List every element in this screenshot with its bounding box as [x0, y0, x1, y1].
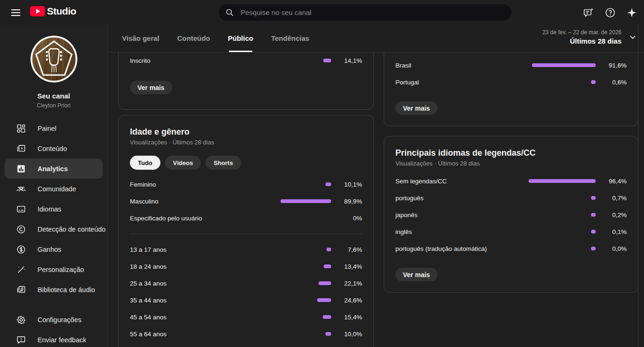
sidebar-item-label: Conteúdo — [38, 145, 67, 152]
stat-value: 13,4% — [337, 263, 362, 270]
help-icon[interactable] — [602, 4, 619, 21]
stat-bar-area — [275, 182, 331, 186]
countries-card: Brasil91,6%Portugal0,6% Ver mais — [384, 53, 638, 126]
stat-label: 25 a 34 anos — [130, 280, 275, 287]
stat-bar — [324, 264, 331, 268]
stat-row: Brasil91,6% — [395, 61, 627, 69]
sidebar-item-biblioteca[interactable]: Biblioteca de áudio — [0, 279, 107, 300]
sidebar-item-label: Detecção de conteúdo — [38, 226, 106, 233]
sidebar-item-personalizacao[interactable]: Personalização — [0, 259, 107, 279]
sidebar-item-enviar-feedback[interactable]: Enviar feedback — [0, 330, 107, 347]
stat-bar — [323, 59, 331, 62]
tab-publico[interactable]: Público — [228, 24, 253, 52]
stat-row: 25 a 34 anos22,1% — [130, 279, 362, 287]
age-gender-card: Idade e gênero Visualizações · Últimos 2… — [118, 115, 374, 347]
stat-value: 0,2% — [601, 211, 627, 219]
stat-label: Masculino — [130, 198, 275, 205]
stat-value: 0,1% — [601, 228, 627, 235]
search-input[interactable] — [241, 8, 505, 16]
sidebar-item-ganhos[interactable]: Ganhos — [0, 239, 107, 259]
sidebar-item-label: Ganhos — [38, 246, 61, 253]
stat-label: 45 a 54 anos — [130, 314, 275, 321]
youtube-studio-logo[interactable]: Studio — [30, 6, 76, 17]
sidebar-item-label: Biblioteca de áudio — [38, 286, 95, 294]
stat-bar-area — [526, 80, 596, 84]
stat-value: 89,9% — [337, 198, 362, 205]
stat-bar — [591, 80, 596, 84]
stat-bar-area — [526, 63, 596, 67]
stat-value: 96,4% — [601, 178, 627, 185]
date-range-label: Últimos 28 dias — [542, 37, 621, 45]
stat-row: Masculino89,9% — [130, 197, 362, 205]
stat-bar-area — [526, 213, 596, 217]
stat-row: japonês0,2% — [395, 211, 627, 219]
subtitles-icon — [15, 204, 27, 214]
stat-bar-area — [526, 179, 596, 183]
analytics-icon — [15, 164, 27, 174]
stat-bar — [591, 247, 596, 250]
tab-tendencias[interactable]: Tendências — [271, 24, 309, 52]
stat-bar — [529, 179, 596, 183]
topbar: Studio — [0, 0, 644, 25]
card-subtitle: Visualizações · Últimos 28 dias — [130, 139, 362, 146]
date-range-picker[interactable]: 23 de fev. – 22 de mar. de 2026 Últimos … — [542, 29, 637, 45]
scroll-divider — [638, 25, 638, 347]
settings-icon — [15, 315, 27, 325]
stat-value: 91,6% — [601, 62, 627, 69]
stat-row: Inscrito14,1% — [130, 56, 362, 65]
stat-label: 55 a 64 anos — [130, 331, 275, 338]
stat-label: Feminino — [130, 181, 275, 188]
sidebar-item-idiomas[interactable]: Idiomas — [0, 199, 107, 219]
sidebar-item-deteccao[interactable]: Detecção de conteúdo — [0, 219, 107, 239]
stat-value: 14,1% — [337, 57, 362, 64]
stat-bar-area — [275, 298, 331, 302]
stat-value: 10,1% — [337, 181, 362, 188]
audio-library-icon — [15, 285, 27, 295]
hamburger-menu-icon[interactable] — [9, 7, 22, 18]
customization-icon — [15, 264, 27, 275]
stat-value: 10,0% — [337, 331, 362, 338]
stat-bar — [323, 315, 331, 319]
chevron-down-icon — [628, 32, 637, 42]
sidebar-item-painel[interactable]: Painel — [0, 118, 107, 138]
sidebar-item-label: Analytics — [38, 165, 68, 173]
stat-value: 0,0% — [601, 245, 627, 252]
stat-value: 7,6% — [337, 246, 362, 253]
sidebar-item-comunidade[interactable]: Comunidade — [0, 179, 107, 199]
chip-videos[interactable]: Vídeos — [165, 156, 201, 170]
sidebar-item-analytics[interactable]: Analytics — [5, 158, 103, 179]
stat-bar — [591, 213, 596, 217]
send-feedback-icon — [15, 335, 27, 345]
stat-row: Portugal0,6% — [395, 78, 627, 86]
stat-label: 13 a 17 anos — [130, 246, 275, 253]
card-subtitle: Visualizações · Últimos 28 dias — [395, 160, 627, 167]
main-area: Visão geral Conteúdo Público Tendências … — [108, 25, 644, 347]
sidebar-item-configuracoes[interactable]: Configurações — [0, 309, 107, 330]
stat-row: 35 a 44 anos24,6% — [130, 296, 362, 304]
chip-tudo[interactable]: Tudo — [130, 156, 160, 170]
stat-value: 0,7% — [601, 195, 627, 202]
tab-conteudo[interactable]: Conteúdo — [177, 24, 210, 52]
analytics-content: Inscrito14,1% Ver mais Brasil91,6%Portug… — [108, 53, 644, 347]
search-bar[interactable] — [219, 4, 511, 21]
sparkle-icon[interactable] — [623, 4, 640, 21]
stat-bar-area — [275, 315, 331, 319]
channel-avatar[interactable] — [30, 36, 77, 83]
feedback-compose-icon[interactable] — [580, 4, 597, 21]
stat-bar — [591, 230, 596, 234]
stat-label: Sem legendas/CC — [395, 178, 526, 185]
sidebar-item-conteudo[interactable]: Conteúdo — [0, 138, 107, 158]
content-icon — [15, 143, 27, 154]
ver-mais-button[interactable]: Ver mais — [395, 101, 438, 115]
stat-bar — [318, 281, 331, 285]
ver-mais-button[interactable]: Ver mais — [395, 268, 438, 281]
chip-shorts[interactable]: Shorts — [205, 156, 241, 170]
stat-bar — [326, 248, 331, 251]
stat-row: Especificado pelo usuário0% — [130, 214, 362, 222]
ver-mais-button[interactable]: Ver mais — [130, 81, 172, 94]
tab-visao-geral[interactable]: Visão geral — [122, 24, 159, 52]
divider — [130, 234, 362, 234]
card-title: Principais idiomas de legendas/CC — [395, 148, 627, 158]
stat-label: Portugal — [395, 79, 526, 86]
stat-label: português — [395, 195, 526, 202]
